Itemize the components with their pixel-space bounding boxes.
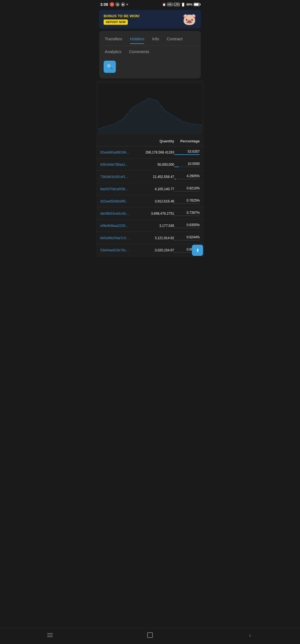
row-percent-cell-9: 0.6040% ⬆ — [174, 247, 202, 253]
percent-bar-7 — [174, 228, 200, 228]
status-left: 3:08 T ◎ ▶ — [100, 2, 128, 7]
camera-icon: ◎ — [115, 2, 120, 7]
row-percent-cell-6: 0.7397% — [174, 211, 202, 216]
percent-bar-fill-9 — [174, 252, 174, 253]
chart-area — [96, 81, 204, 136]
percent-bar-fill-8 — [174, 240, 174, 241]
ad-pig-emoji: 🐷 — [182, 13, 196, 26]
row-quantity-4: 4,105,140.77 — [130, 187, 174, 191]
nav-home-button[interactable] — [144, 631, 156, 640]
row-quantity-3: 21,452,558.47 — [130, 175, 174, 179]
row-quantity-9: 3,020,154.67 — [130, 248, 174, 252]
table-row[interactable]: 935cfe6b798ae2a334 50,000,000 10.0000 — [96, 158, 204, 171]
row-address-2[interactable]: 935cfe6b798ae2a334 — [98, 163, 130, 167]
percent-bar-fill-7 — [174, 228, 174, 228]
holders-table: Quantity Percentage 82ea0d0ad8819be493 2… — [96, 136, 204, 256]
row-percent-value-1: 53.6357 — [174, 150, 200, 153]
percent-bar-3 — [174, 179, 200, 179]
ad-title: BONUS TO BE WON! — [104, 14, 140, 19]
row-address-6[interactable]: lde08b53ce0cc8c7ddf — [98, 212, 130, 216]
percent-bar-8 — [174, 240, 200, 241]
row-percent-cell-2: 10.0000 — [174, 162, 202, 167]
table-row[interactable]: bb5a58e20ae7c36aa76 3,121,914.62 0.6244% — [96, 232, 204, 244]
th-quantity: Quantity — [130, 139, 174, 143]
percent-bar-fill-1 — [174, 154, 200, 155]
row-percent-cell-8: 0.6244% — [174, 235, 202, 241]
tab-transfers[interactable]: Transfers — [104, 34, 126, 43]
tabs-row-1: Transfers Holders Info Contract — [99, 34, 201, 46]
search-icon: 🔍 — [107, 64, 113, 70]
row-address-1[interactable]: 82ea0d0ad8819be493 — [98, 150, 130, 154]
row-address-9[interactable]: 53d44ae819c78c60b72 — [98, 248, 130, 252]
ad-banner[interactable]: BONUS TO BE WON! DEPOSIT NOW 🐷 — [99, 10, 201, 29]
home-icon — [147, 632, 153, 638]
tab-info[interactable]: Info — [148, 34, 163, 43]
row-quantity-7: 3,177,545 — [130, 224, 174, 228]
signal-bars: ▐▌ — [181, 3, 185, 6]
battery-icon — [194, 3, 200, 6]
hd-label: HD — [167, 3, 172, 6]
dot-icon — [126, 4, 128, 5]
tab-comments[interactable]: Comments — [125, 47, 153, 56]
main-card: Transfers Holders Info Contract Analytic… — [99, 31, 201, 78]
percent-bar-fill-3 — [174, 179, 176, 179]
percent-bar-6 — [174, 216, 200, 216]
battery-percent: 89% — [186, 3, 192, 6]
status-time: 3:08 — [100, 2, 108, 7]
bottom-navigation: ‹ — [96, 628, 204, 644]
row-percent-cell-4: 0.8210% — [174, 186, 202, 192]
fab-button[interactable]: ⬆ — [192, 245, 203, 256]
row-address-3[interactable]: 73b3b61b261ef11680 — [98, 175, 130, 179]
chart-placeholder — [98, 83, 202, 134]
percent-bar-fill-2 — [174, 167, 179, 167]
status-right: ⏰ HD LTE ▐▌ 89% — [162, 3, 200, 6]
status-bar: 3:08 T ◎ ▶ ⏰ HD LTE ▐▌ 89% — [96, 0, 204, 8]
table-header: Quantity Percentage — [96, 136, 204, 146]
percent-bar-4 — [174, 191, 200, 192]
tmon-icon: T — [110, 2, 114, 7]
table-row[interactable]: 53d44ae819c78c60b72 3,020,154.67 0.6040%… — [96, 244, 204, 256]
table-row[interactable]: e58efb9baa22303f3dd 3,177,545 0.6355% — [96, 220, 204, 232]
row-address-4[interactable]: 8ae5070dca5f3864565 — [98, 187, 130, 191]
table-row[interactable]: lde08b53ce0cc8c7ddf 3,698,476.2751 0.739… — [96, 207, 204, 220]
table-row[interactable]: 73b3b61b261ef11680 21,452,558.47 4.2905% — [96, 171, 204, 183]
row-address-5[interactable]: d22aed50d0a9f9d3af — [98, 199, 130, 203]
row-percent-value-6: 0.7397% — [174, 211, 200, 215]
row-address-7[interactable]: e58efb9baa22303f3dd — [98, 224, 130, 228]
status-icons: T ◎ ▶ — [110, 2, 128, 7]
percent-bar-1 — [174, 154, 200, 155]
percent-bar-2 — [174, 167, 200, 167]
alarm-icon: ⏰ — [162, 3, 166, 6]
row-address-8[interactable]: bb5a58e20ae7c36aa76 — [98, 236, 130, 240]
table-row[interactable]: d22aed50d0a9f9d3af 3,912,616.48 0.7825% — [96, 195, 204, 207]
percent-bar-fill-5 — [174, 203, 174, 204]
tab-contract[interactable]: Contract — [163, 34, 187, 43]
table-row[interactable]: 8ae5070dca5f3864565 4,105,140.77 0.8210% — [96, 183, 204, 195]
tabs-row-2: Analytics Comments — [99, 46, 201, 58]
percent-bar-fill-6 — [174, 216, 174, 216]
ad-deposit-button[interactable]: DEPOSIT NOW — [104, 19, 128, 25]
lte-label: LTE — [174, 3, 180, 6]
row-percent-cell-1: 53.6357 — [174, 150, 202, 155]
row-percent-value-8: 0.6244% — [174, 235, 200, 239]
tab-holders[interactable]: Holders — [126, 34, 148, 43]
percent-bar-5 — [174, 203, 200, 204]
row-quantity-5: 3,912,616.48 — [130, 199, 174, 203]
play-icon: ▶ — [121, 2, 125, 7]
percent-bar-fill-4 — [174, 191, 174, 192]
ad-content: BONUS TO BE WON! DEPOSIT NOW — [104, 14, 140, 25]
search-btn-area: 🔍 — [99, 58, 201, 76]
th-percentage: Percentage — [174, 139, 202, 143]
table-row[interactable]: 82ea0d0ad8819be493 268,178,568.41283 53.… — [96, 146, 204, 158]
row-percent-value-5: 0.7825% — [174, 199, 200, 202]
row-percent-value-4: 0.8210% — [174, 186, 200, 190]
row-percent-value-2: 10.0000 — [174, 162, 200, 166]
bottom-spacer — [96, 256, 204, 279]
row-percent-cell-5: 0.7825% — [174, 199, 202, 204]
row-percent-value-7: 0.6355% — [174, 223, 200, 227]
row-quantity-2: 50,000,000 — [130, 163, 174, 167]
row-quantity-6: 3,698,476.2751 — [130, 212, 174, 216]
tab-analytics[interactable]: Analytics — [104, 47, 125, 56]
row-percent-value-3: 4.2905% — [174, 174, 200, 178]
search-button[interactable]: 🔍 — [104, 61, 116, 73]
